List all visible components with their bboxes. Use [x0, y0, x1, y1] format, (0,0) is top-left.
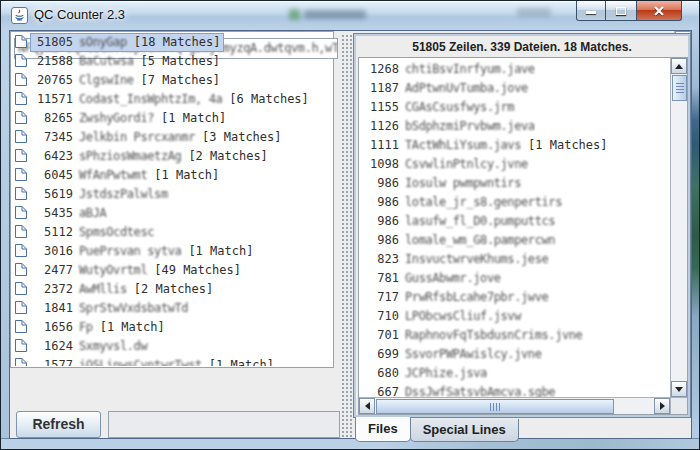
result-list-item[interactable]: 699SsvorPWPAwislcy.jvne — [359, 344, 670, 363]
maximize-button[interactable] — [606, 1, 636, 21]
document-icon — [14, 167, 28, 182]
result-horizontal-scrollbar[interactable] — [359, 397, 670, 414]
match-count: [7 Matches] — [141, 73, 220, 87]
split-pane-divider[interactable] — [340, 33, 353, 438]
result-list-item[interactable]: 1268chtiBsvInrfyum.jave — [359, 59, 670, 78]
result-list-item[interactable]: 986lotale_jr_s8.genpertirs — [359, 192, 670, 211]
file-list-item[interactable]: 11571Codast_InsWphtzIm, 4a[6 Matches] — [10, 89, 315, 108]
file-list-item[interactable]: 6045WfAnPwtwmt[1 Match] — [10, 165, 315, 184]
scroll-down-button[interactable] — [671, 381, 687, 397]
document-icon — [14, 205, 28, 220]
result-list-item[interactable]: 986lomale_wm_G8.pampercwn — [359, 230, 670, 249]
document-icon — [14, 129, 28, 144]
file-list-item[interactable]: 2372AwMllis[2 Matches] — [10, 279, 315, 298]
file-name: Jelkbin Psrcxanmr — [79, 130, 195, 144]
line-count: 5112 — [33, 224, 73, 241]
file-list-item[interactable]: 1841SprStwVxdsbatwTd — [10, 298, 315, 317]
tab-bar: FilesSpecial Lines — [355, 419, 518, 442]
document-icon — [14, 281, 28, 296]
file-list-item[interactable]: 5112SpmsOcdtesc — [10, 222, 315, 241]
file-list-item[interactable]: 5619JstdszPalwlsm — [10, 184, 315, 203]
document-icon — [14, 148, 28, 163]
result-list-item[interactable]: 667DssJwfSatsvbAmcva.sgbe — [359, 382, 670, 397]
result-list-item[interactable]: 1126bSdphzmiPrvbwm.jeva — [359, 116, 670, 135]
result-list-item[interactable]: 717PrwRfsbLcahe7pbr.jwve — [359, 287, 670, 306]
scrollbar-corner — [670, 397, 687, 414]
result-list-item[interactable]: 1111TActWhLiYsum.javs[1 Matches] — [359, 135, 670, 154]
result-vertical-scrollbar[interactable] — [670, 58, 687, 397]
file-name: LPObcwsCliuf.jsvw — [405, 309, 521, 323]
file-list-item[interactable]: 8265ZwshyGordi?[1 Match] — [10, 108, 315, 127]
document-icon — [14, 357, 28, 366]
line-count: 21588 — [33, 53, 73, 70]
minimize-button[interactable] — [576, 1, 606, 21]
row-text: 1126bSdphzmiPrvbwm.jeva — [359, 118, 538, 135]
line-count: 1098 — [361, 156, 399, 173]
row-text: 1187AdPtwnUvTumba.jove — [359, 80, 531, 97]
file-list-item[interactable]: 1577iQSLinwsCvntwrTwst[1 Match] — [10, 355, 315, 366]
row-text: 3016PuePrsvan sytva[1 Match] — [31, 243, 256, 260]
match-count: [3 Matches] — [202, 130, 281, 144]
file-list-item[interactable]: 3016PuePrsvan sytva[1 Match] — [10, 241, 315, 260]
titlebar[interactable]: QC Counter 2.3 — [1, 1, 699, 30]
status-field[interactable] — [108, 411, 340, 438]
result-list[interactable]: 1268chtiBsvInrfyum.jave1187AdPtwnUvTumba… — [358, 57, 688, 415]
row-text: 823InsvuctwrveKhums.jese — [359, 251, 551, 268]
line-count: 3016 — [33, 243, 73, 260]
file-list-item[interactable]: 7345Jelkbin Psrcxanmr[3 Matches] — [10, 127, 315, 146]
file-name: BaCutwsa — [79, 54, 134, 68]
document-icon — [14, 34, 28, 49]
scrollbar-thumb[interactable] — [376, 399, 614, 414]
file-list[interactable]: 51805sOnyGap[18 Matches]21588BaCutwsa[5 … — [10, 31, 334, 368]
refresh-button[interactable]: Refresh — [16, 411, 101, 438]
window-controls — [576, 1, 682, 21]
row-text: 986lomale_wm_G8.pampercwn — [359, 232, 558, 249]
file-name: chtiBsvInrfyum.jave — [405, 62, 535, 76]
result-list-item[interactable]: 1155CGAsCsusfwys.jrm — [359, 97, 670, 116]
thumb-grip-icon — [490, 403, 500, 411]
row-text: 5112SpmsOcdtesc — [31, 224, 157, 241]
scroll-up-button[interactable] — [671, 58, 687, 74]
row-text: 1268chtiBsvInrfyum.jave — [359, 61, 538, 78]
file-list-item[interactable]: 1624Sxmyvsl.dw — [10, 336, 315, 355]
line-count: 1577 — [33, 357, 73, 367]
row-text: 986Iosulw pwmpwntirs — [359, 175, 524, 192]
document-icon — [14, 319, 28, 334]
scroll-right-button[interactable] — [654, 398, 670, 414]
tab-special-lines[interactable]: Special Lines — [410, 419, 519, 442]
document-icon — [14, 91, 28, 106]
close-button[interactable] — [636, 1, 682, 21]
scrollbar-thumb[interactable] — [672, 75, 687, 101]
result-list-item[interactable]: 823InsvuctwrveKhums.jese — [359, 249, 670, 268]
file-list-item[interactable]: 1656Fp[1 Match] — [10, 317, 315, 336]
file-name: lomale_wm_G8.pampercwn — [405, 233, 555, 247]
tab-files[interactable]: Files — [355, 417, 411, 442]
file-name: WutyOvrtml — [79, 263, 147, 277]
file-list-item[interactable]: 5435aBJA — [10, 203, 315, 222]
line-count: 986 — [361, 194, 399, 211]
row-text: 1111TActWhLiYsum.javs[1 Matches] — [359, 137, 611, 154]
document-icon — [14, 186, 28, 201]
line-count: 781 — [361, 270, 399, 287]
document-icon — [14, 300, 28, 315]
result-list-item[interactable]: 1098CsvwlinPtnlcy.jvne — [359, 154, 670, 173]
result-list-item[interactable]: 781GussAbwmr.jove — [359, 268, 670, 287]
result-list-item[interactable]: 986Iosulw pwmpwntirs — [359, 173, 670, 192]
file-name: RaphnovFqTsbdusnCrims.jvne — [405, 328, 582, 342]
scroll-left-button[interactable] — [359, 398, 375, 414]
file-list-item[interactable]: 6423sPhziosWmaetzAg[2 Matches] — [10, 146, 315, 165]
result-list-item[interactable]: 1187AdPtwnUvTumba.jove — [359, 78, 670, 97]
glass-reflection — [289, 9, 300, 20]
result-list-item[interactable]: 986lasufw_fl_D0.pumputtcs — [359, 211, 670, 230]
file-list-item[interactable]: 21588BaCutwsa[5 Matches] — [10, 51, 315, 70]
result-list-item[interactable]: 680JCPhize.jsva — [359, 363, 670, 382]
file-list-item[interactable]: 51805sOnyGap[18 Matches] — [10, 32, 315, 51]
file-name: WfAnPwtwmt — [79, 168, 147, 182]
result-list-item[interactable]: 710LPObcwsCliuf.jsvw — [359, 306, 670, 325]
result-list-item[interactable]: 701RaphnovFqTsbdusnCrims.jvne — [359, 325, 670, 344]
match-count: [2 Matches] — [134, 282, 213, 296]
document-icon — [14, 53, 28, 68]
row-text: 1155CGAsCsusfwys.jrm — [359, 99, 517, 116]
file-list-item[interactable]: 20765ClgswIne[7 Matches] — [10, 70, 315, 89]
file-list-item[interactable]: 2477WutyOvrtml[49 Matches] — [10, 260, 315, 279]
